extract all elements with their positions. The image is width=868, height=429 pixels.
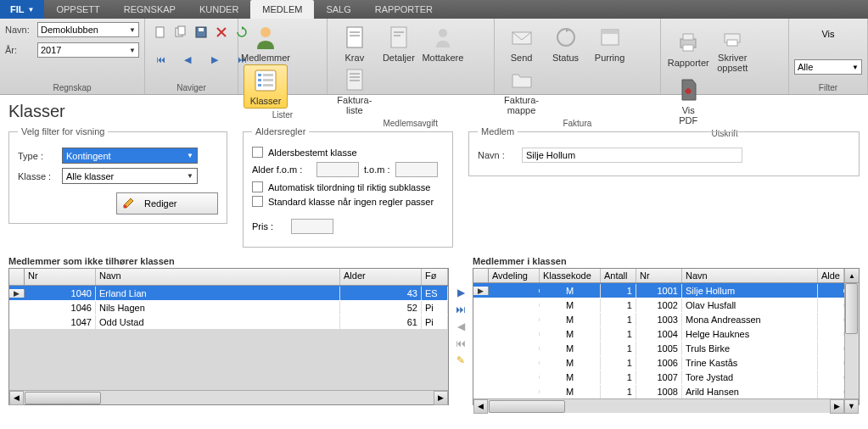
svg-rect-9 <box>258 79 261 81</box>
svg-rect-8 <box>263 74 273 76</box>
type-combo[interactable]: Kontingent ▼ <box>62 148 198 164</box>
skriveroppsett-button[interactable]: Skriver oppsett <box>710 22 754 75</box>
alders-legend: Aldersregler <box>252 126 309 136</box>
menu-tab-kunder[interactable]: KUNDER <box>188 0 250 19</box>
col-nr[interactable]: Nr <box>636 269 682 282</box>
svg-rect-7 <box>258 74 261 76</box>
medlem-navn-field[interactable]: Silje Hollum <box>522 148 742 163</box>
rapporter-button[interactable]: Rapporter <box>666 27 710 70</box>
vis-combo[interactable]: Alle ▼ <box>794 59 862 75</box>
svg-rect-15 <box>350 35 360 36</box>
save-icon[interactable] <box>192 23 210 42</box>
table-row[interactable]: ▶M11001Silje Hollum <box>473 283 859 298</box>
svg-rect-23 <box>350 80 360 81</box>
pris-input[interactable] <box>291 219 333 234</box>
rediger-button[interactable]: Rediger <box>116 192 218 214</box>
ar-combo[interactable]: 2017 ▼ <box>37 42 139 58</box>
col-nr[interactable]: Nr <box>25 269 96 285</box>
vscroll[interactable] <box>844 283 859 398</box>
move-all-left-icon[interactable]: ⏮ <box>455 337 467 349</box>
col-avdeling[interactable]: Avdeling <box>489 269 540 282</box>
menu-tab-salg[interactable]: SALG <box>314 0 362 19</box>
mottakere-button[interactable]: Mottakere <box>421 22 465 64</box>
detaljer-button[interactable]: Detaljer <box>377 22 421 64</box>
standard-check[interactable]: Standard klasse når ingen regler passer <box>252 196 444 207</box>
list-icon <box>341 66 368 93</box>
col-f[interactable]: Fø <box>422 269 448 285</box>
clear-icon[interactable]: ✎ <box>455 354 467 366</box>
fom-input[interactable] <box>316 162 359 177</box>
next-icon[interactable]: ▶ <box>205 50 224 69</box>
dropdown-icon: ▼ <box>852 64 859 71</box>
type-label: Type : <box>18 151 57 161</box>
dropdown-icon: ▼ <box>129 26 136 34</box>
document-icon <box>341 24 368 51</box>
table-row[interactable]: M11008Arild Hansen <box>473 384 859 398</box>
scroll-down-icon[interactable]: ▼ <box>844 399 859 414</box>
new-icon[interactable] <box>151 23 170 42</box>
copy-icon[interactable] <box>171 23 190 42</box>
col-alde[interactable]: Alde <box>818 269 844 282</box>
menu-tab-medlem[interactable]: MEDLEM <box>250 0 314 19</box>
table-row[interactable]: 1046 Nils Hagen 52 Pi <box>9 300 448 315</box>
filter-fieldset: Velg filter for visning Type : Kontingen… <box>8 126 227 224</box>
table-row[interactable]: M11007Tore Jystad <box>473 370 859 384</box>
col-antall[interactable]: Antall <box>601 269 636 282</box>
right-hscroll[interactable]: ◀ ▶ ▼ <box>473 398 859 413</box>
tom-input[interactable] <box>395 162 438 177</box>
menu-tab-oppsett[interactable]: OPPSETT <box>44 0 111 19</box>
right-grid-header: Avdeling Klassekode Antall Nr Navn Alde … <box>473 269 859 283</box>
scroll-thumb[interactable] <box>25 392 101 404</box>
table-row[interactable]: M11006Trine Kastås <box>473 355 859 370</box>
table-row[interactable]: M11002Olav Husfall <box>473 298 859 312</box>
medlemmer-button[interactable]: Medlemmer <box>244 22 288 64</box>
prev-icon[interactable]: ◀ <box>178 50 197 69</box>
move-left-icon[interactable]: ◀ <box>455 320 467 332</box>
dropdown-icon: ▼ <box>129 47 136 54</box>
fakturamappe-button[interactable]: Faktura- mappe <box>500 64 544 117</box>
col-klassekode[interactable]: Klassekode <box>540 269 601 282</box>
status-button[interactable]: Status <box>544 22 588 64</box>
scroll-left-icon[interactable]: ◀ <box>473 399 488 414</box>
klasse-combo[interactable]: Alle klasser ▼ <box>62 168 198 184</box>
svg-rect-0 <box>156 27 164 37</box>
type-value: Kontingent <box>66 151 111 161</box>
menu-tab-rapporter[interactable]: RAPPORTER <box>363 0 445 19</box>
scroll-up-icon[interactable]: ▲ <box>844 269 859 282</box>
menu-tab-regnskap[interactable]: REGNSKAP <box>112 0 188 19</box>
left-grid-header: Nr Navn Alder Fø <box>9 269 448 286</box>
send-button[interactable]: Send <box>500 22 544 64</box>
svg-point-19 <box>439 29 447 37</box>
fom-label: Alder f.o.m : <box>252 164 311 175</box>
col-navn[interactable]: Navn <box>682 269 818 282</box>
table-row[interactable]: 1047 Odd Ustad 61 Pi <box>9 315 448 329</box>
first-icon[interactable]: ⏮ <box>151 50 170 69</box>
scroll-thumb[interactable] <box>845 283 858 334</box>
menu-fil[interactable]: FIL ▼ <box>0 0 44 19</box>
purring-button[interactable]: Purring <box>588 22 632 64</box>
navn-combo[interactable]: Demoklubben ▼ <box>37 22 139 37</box>
move-all-right-icon[interactable]: ⏭ <box>455 304 467 315</box>
alders-fieldset: Aldersregler Aldersbestemt klasse Alder … <box>243 126 453 248</box>
klasser-button[interactable]: Klasser <box>244 64 288 109</box>
vispdf-button[interactable]: Vis PDF <box>666 75 710 127</box>
left-hscroll[interactable]: ◀ ▶ <box>9 390 448 404</box>
auto-check[interactable]: Automatisk tilordning til riktig subklas… <box>252 181 444 192</box>
fakturaliste-button[interactable]: Faktura- liste <box>333 64 377 117</box>
scroll-thumb[interactable] <box>489 400 565 413</box>
table-row[interactable]: ▶ 1040 Erland Lian 43 ES <box>9 286 448 300</box>
table-row[interactable]: M11003Mona Andreassen <box>473 312 859 326</box>
aldersbestemt-check[interactable]: Aldersbestemt klasse <box>252 147 444 158</box>
delete-icon[interactable] <box>212 23 231 42</box>
table-row[interactable]: M11005Truls Birke <box>473 341 859 355</box>
refresh-icon <box>552 24 580 51</box>
krav-button[interactable]: Krav <box>333 22 377 64</box>
scroll-left-icon[interactable]: ◀ <box>9 391 24 405</box>
col-alder[interactable]: Alder <box>340 269 422 285</box>
klasse-label: Klasse : <box>18 171 57 181</box>
move-right-icon[interactable]: ▶ <box>455 287 467 298</box>
scroll-right-icon[interactable]: ▶ <box>434 391 448 405</box>
scroll-right-icon[interactable]: ▶ <box>830 399 844 414</box>
col-navn[interactable]: Navn <box>96 269 340 285</box>
table-row[interactable]: M11004Helge Hauknes <box>473 326 859 341</box>
